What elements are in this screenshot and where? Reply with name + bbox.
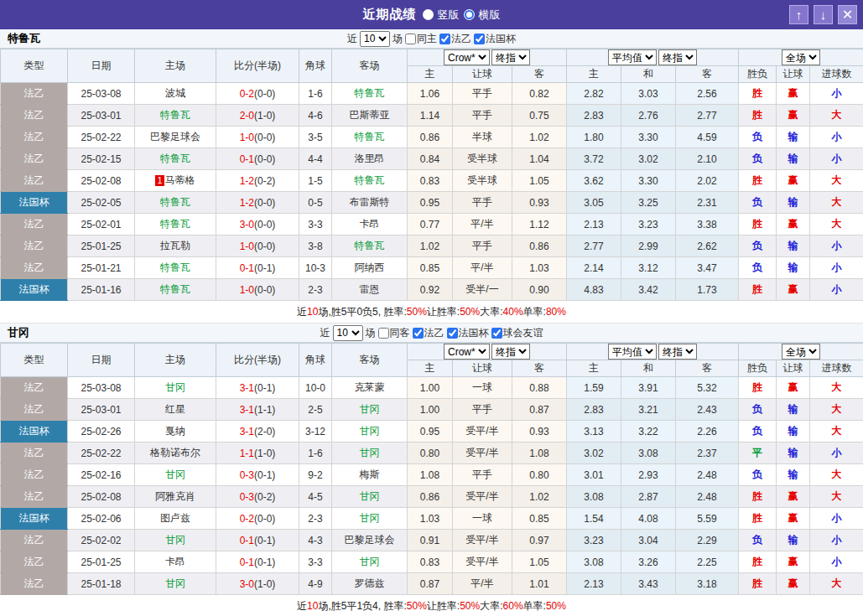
column-header-home: 主场 [135, 344, 216, 377]
filter-checkbox-同主[interactable]: 同主 [405, 32, 437, 46]
odds-away-cell: 1.08 [512, 443, 567, 464]
odds-home-cell: 0.83 [408, 170, 453, 192]
odds-stage-select[interactable]: 终指 [491, 49, 530, 65]
avg-away-cell: 2.62 [676, 236, 739, 257]
away-team-cell: 甘冈 [332, 551, 408, 573]
result-text: 胜 [752, 283, 762, 295]
checkbox-input[interactable] [439, 34, 450, 44]
filter-row: 特鲁瓦 近10场同主法乙法国杯 [0, 29, 863, 49]
avg-away-cell: 2.48 [676, 486, 739, 508]
away-team-cell: 布雷斯特 [332, 192, 408, 214]
date-cell: 25-02-01 [68, 214, 135, 236]
league-type-cell: 法乙 [1, 573, 68, 595]
corner-cell: 4-6 [299, 105, 332, 127]
goals-result-cell: 小 [810, 127, 863, 148]
score-cell: 3-1(0-1) [216, 377, 299, 399]
half-time-score: (0-1) [254, 535, 275, 546]
half-time-score: (0-0) [254, 132, 275, 143]
full-time-score: 0-2 [240, 88, 254, 100]
avg-type-select[interactable]: 平均值 [608, 344, 657, 360]
avg-home-cell: 2.13 [567, 573, 621, 595]
sub-column-header: 客 [512, 66, 567, 83]
vertical-layout-radio-label[interactable]: 竖版 [438, 8, 460, 23]
score-cell: 1-0(0-0) [216, 279, 299, 301]
summary-row: 近10场,胜5平0负5, 胜率:50% 让胜率:50% 大率:40% 单率:80… [0, 301, 863, 324]
score-cell: 0-3(0-2) [216, 486, 299, 508]
handicap-result-cell: 输 [777, 236, 810, 257]
score-cell: 3-0(1-0) [216, 573, 299, 595]
layout-radio-group: 竖版 横版 [423, 8, 501, 23]
avg-type-select[interactable]: 平均值 [608, 49, 657, 65]
corner-cell: 3-5 [299, 127, 332, 148]
home-team-cell: 图卢兹 [135, 508, 216, 530]
home-team-cell: 特鲁瓦 [135, 279, 216, 301]
avg-group-cell: 平均值终指 [567, 49, 739, 66]
avg-draw-cell: 3.03 [621, 83, 676, 105]
result-cell: 胜 [739, 377, 777, 399]
home-team-name: 特鲁瓦 [160, 153, 190, 164]
horizontal-layout-radio-icon[interactable] [464, 9, 475, 20]
result-text: 负 [752, 403, 762, 415]
scope-select[interactable]: 全场 [782, 49, 820, 65]
checkbox-input[interactable] [413, 328, 424, 339]
sub-column-header: 让球 [777, 66, 810, 83]
column-header-date: 日期 [68, 344, 135, 377]
close-button[interactable]: ✕ [838, 5, 857, 24]
avg-draw-cell: 4.08 [621, 508, 676, 530]
corner-cell: 2-3 [299, 508, 332, 530]
filter-checkbox-法乙[interactable]: 法乙 [439, 32, 471, 46]
full-time-score: 3-1 [240, 382, 254, 394]
date-cell: 25-03-01 [68, 399, 135, 421]
odds-company-select[interactable]: Crow* [444, 49, 490, 65]
team-section: 特鲁瓦 近10场同主法乙法国杯 类型 日期 主场 比分(半场) 角球 客场 C [0, 29, 863, 324]
avg-home-cell: 3.13 [567, 421, 621, 443]
handicap-cell: 平手 [453, 399, 512, 421]
filter-checkbox-球会友谊[interactable]: 球会友谊 [491, 326, 543, 340]
half-time-score: (1-0) [254, 110, 275, 122]
date-cell: 25-02-06 [68, 508, 135, 530]
odds-stage-select[interactable]: 终指 [491, 344, 530, 360]
away-team-cell: 洛里昂 [332, 148, 408, 170]
odds-away-cell: 1.01 [512, 573, 567, 595]
home-team-name: 甘冈 [165, 534, 185, 546]
league-type-cell: 法乙 [1, 170, 68, 192]
corner-cell: 1-6 [299, 443, 332, 464]
move-down-button[interactable]: ↓ [814, 5, 833, 24]
filter-checkbox-法国杯[interactable]: 法国杯 [447, 326, 489, 340]
odds-home-cell: 1.00 [408, 377, 453, 399]
move-up-button[interactable]: ↑ [789, 5, 808, 24]
horizontal-layout-radio-label[interactable]: 横版 [479, 8, 501, 23]
date-cell: 25-02-22 [68, 443, 135, 464]
avg-stage-select[interactable]: 终指 [658, 49, 697, 65]
league-type-cell: 法乙 [1, 377, 68, 399]
scope-select[interactable]: 全场 [782, 344, 820, 360]
summary-text: 80% [546, 306, 566, 318]
half-time-score: (1-1) [254, 404, 275, 416]
odds-company-select[interactable]: Crow* [444, 344, 490, 360]
half-time-score: (0-0) [254, 513, 275, 525]
match-count-select[interactable]: 10 [333, 325, 363, 341]
checkbox-input[interactable] [491, 328, 502, 339]
checkbox-input[interactable] [405, 34, 416, 44]
date-cell: 25-02-22 [68, 127, 135, 148]
avg-away-cell: 2.29 [676, 530, 739, 551]
checkbox-input[interactable] [474, 34, 485, 44]
filter-checkbox-法国杯[interactable]: 法国杯 [474, 32, 516, 46]
filter-checkbox-同客[interactable]: 同客 [378, 326, 410, 340]
avg-home-cell: 3.08 [567, 486, 621, 508]
full-time-score: 1-0 [240, 284, 254, 296]
filter-controls: 近10场同客法乙法国杯球会友谊 [320, 325, 543, 341]
avg-stage-select[interactable]: 终指 [658, 344, 697, 360]
handicap-cell: 平/半 [453, 214, 512, 236]
vertical-layout-radio-icon[interactable] [423, 9, 434, 20]
avg-draw-cell: 3.42 [621, 279, 676, 301]
filter-checkbox-法乙[interactable]: 法乙 [413, 326, 444, 340]
handicap-result-cell: 赢 [777, 551, 810, 573]
home-team-cell: 甘冈 [135, 377, 216, 399]
match-count-select[interactable]: 10 [360, 31, 390, 47]
checkbox-input[interactable] [447, 328, 458, 339]
table-row: 法乙25-01-21特鲁瓦0-1(0-1)10-3阿纳西0.85平/半1.032… [1, 257, 863, 279]
avg-home-cell: 3.23 [567, 530, 621, 551]
checkbox-input[interactable] [378, 328, 389, 339]
avg-draw-cell: 3.23 [621, 214, 676, 236]
